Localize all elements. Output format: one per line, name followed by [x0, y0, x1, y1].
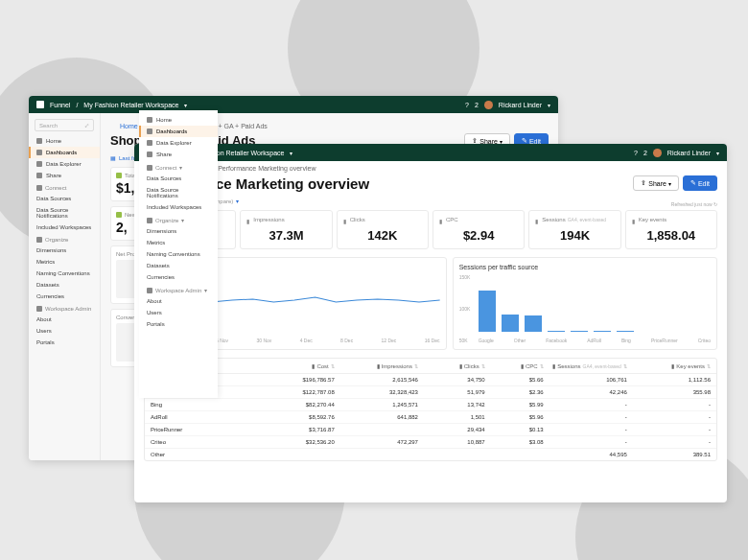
sidebar-section-workspace-admin[interactable]: Workspace Admin▾	[139, 283, 218, 295]
home-icon	[147, 117, 152, 123]
col-impressions[interactable]: ▮Impressions⇅	[335, 362, 418, 369]
table-row[interactable]: Other44,595389.51	[145, 449, 716, 460]
cell-clicks: 10,887	[418, 439, 485, 445]
sidebar-item-portals[interactable]: Portals	[139, 318, 218, 330]
cell-cost	[251, 452, 335, 457]
kpi-cpc-value: $2.94	[439, 228, 518, 243]
sidebar-item-dsn[interactable]: Data Source Notifications	[29, 204, 100, 222]
table-row[interactable]: AdRoll$8,592.76641,8821,501$5.96--	[145, 411, 716, 424]
sidebar-item-included-workspaces[interactable]: Included Workspaces	[139, 201, 218, 213]
sidebar-item-portals[interactable]: Portals	[29, 337, 100, 348]
sidebar-item-dimensions[interactable]: Dimensions	[29, 245, 100, 256]
table-row[interactable]: Criteo$32,536.20472,29710,887$3.08--	[145, 436, 716, 449]
refresh-status[interactable]: Refreshed just now ↻	[671, 201, 717, 207]
table-row[interactable]: Facebook$122,787.0832,328,42351,979$2.36…	[145, 386, 716, 399]
brand-name: Funnel	[50, 102, 70, 108]
admin-icon	[36, 306, 42, 312]
cell-impressions: 1,245,571	[335, 402, 418, 408]
sidebar-item-share[interactable]: Share	[29, 170, 100, 181]
user-name[interactable]: Rickard Linder	[667, 150, 711, 156]
search-input[interactable]: Search⤢	[35, 119, 94, 131]
sidebar-item-home[interactable]: Home	[139, 114, 218, 126]
table-row[interactable]: Google$196,786.572,615,54634,750$5.66106…	[145, 374, 716, 386]
sidebar-section-organize[interactable]: Organize	[29, 233, 100, 245]
sidebar-section-organize[interactable]: Organize▾	[139, 213, 218, 225]
col-key-events[interactable]: ▮Key events⇅	[627, 362, 711, 369]
avatar[interactable]	[484, 101, 493, 109]
metric-icon: ▮	[377, 362, 380, 369]
col-sessions[interactable]: ▮Sessions GA4, event-based⇅	[544, 362, 627, 369]
workspace-selector[interactable]: My Fashion Retailer Workspace	[83, 102, 178, 108]
sidebar-item-currencies[interactable]: Currencies	[29, 291, 100, 302]
connect-icon	[36, 185, 42, 191]
chevron-down-icon: ▾	[548, 102, 550, 108]
sidebar-item-naming[interactable]: Naming Conventions	[139, 248, 218, 260]
chevron-down-icon: ▾	[290, 150, 292, 156]
user-name[interactable]: Rickard Linder	[499, 102, 542, 108]
table-header: ▦Traffic source⇅ ▮Cost⇅ ▮Impressions⇅ ▮C…	[145, 359, 716, 374]
table-row[interactable]: Bing$82,270.441,245,57113,742$5.99--	[145, 399, 716, 411]
metric-icon: ▮	[246, 218, 251, 222]
cell-clicks: 51,979	[418, 389, 485, 395]
sidebar-section-workspace-admin[interactable]: Workspace Admin	[29, 302, 100, 314]
bar-pricerunner	[594, 331, 611, 332]
sidebar-section-connect[interactable]: Connect▾	[139, 160, 218, 173]
col-clicks[interactable]: ▮Clicks⇅	[418, 362, 485, 369]
help-icon[interactable]: ?	[634, 150, 638, 156]
sidebar-item-dsn[interactable]: Data Source Notifications	[139, 184, 218, 201]
admin-icon	[147, 288, 152, 293]
window-performance-marketing: Funnel / My Fashion Retailer Workspace ▾…	[134, 144, 727, 502]
sidebar-item-metrics[interactable]: Metrics	[29, 256, 100, 268]
sidebar-item-users[interactable]: Users	[139, 307, 218, 318]
pencil-icon: ✎	[690, 179, 696, 187]
table-row[interactable]: PriceRunner$3,716.8729,434$0.13--	[145, 424, 716, 436]
sidebar-item-dashboards[interactable]: Dashboards	[29, 147, 100, 158]
sidebar-item-datasets[interactable]: Datasets	[29, 279, 100, 291]
sidebar-item-home[interactable]: Home	[29, 135, 100, 147]
notifications-badge[interactable]: 2	[475, 102, 479, 108]
col-cost[interactable]: ▮Cost⇅	[251, 362, 335, 369]
sidebar-item-data-explorer[interactable]: Data Explorer	[29, 158, 100, 170]
cell-sessions: -	[544, 439, 627, 445]
kpi-key-events-value: 1,858.04	[632, 228, 711, 243]
sidebar-item-metrics[interactable]: Metrics	[139, 237, 218, 248]
notifications-badge[interactable]: 2	[643, 150, 647, 156]
cell-key-events: 389.51	[627, 452, 711, 457]
metric-icon: ▮	[459, 362, 462, 369]
organize-icon	[36, 237, 42, 243]
sidebar-item-datasets[interactable]: Datasets	[139, 260, 218, 271]
sidebar-item-data-sources[interactable]: Data Sources	[139, 173, 218, 184]
sidebar-item-currencies[interactable]: Currencies	[139, 271, 218, 283]
cell-source: Bing	[151, 402, 251, 408]
sidebar-item-included-workspaces[interactable]: Included Workspaces	[29, 222, 100, 233]
help-icon[interactable]: ?	[465, 102, 469, 108]
sidebar-item-dimensions[interactable]: Dimensions	[139, 225, 218, 237]
cell-cpc	[485, 452, 544, 457]
sidebar-item-share[interactable]: Share	[139, 149, 218, 160]
cell-impressions: 641,882	[335, 414, 418, 420]
bar-other	[502, 315, 519, 332]
sidebar-item-users[interactable]: Users	[29, 325, 100, 337]
traffic-table: ▦Traffic source⇅ ▮Cost⇅ ▮Impressions⇅ ▮C…	[144, 358, 717, 461]
cell-key-events: -	[627, 427, 711, 432]
sidebar-item-about[interactable]: About	[139, 295, 218, 307]
sidebar-item-data-sources[interactable]: Data Sources	[29, 193, 100, 204]
breadcrumb-home[interactable]: Home	[120, 123, 138, 129]
bar-adroll	[548, 331, 565, 332]
sidebar-item-data-explorer[interactable]: Data Explorer	[139, 137, 218, 149]
sidebar-item-dashboards[interactable]: Dashboards	[139, 126, 218, 137]
share-icon	[36, 173, 42, 178]
cell-sessions: 44,595	[544, 452, 627, 457]
sidebar-item-naming[interactable]: Naming Conventions	[29, 268, 100, 279]
sidebar-section-connect[interactable]: Connect	[29, 181, 100, 193]
cell-sessions: -	[544, 402, 627, 408]
share-button[interactable]: ⇪Share▾	[633, 175, 679, 191]
breadcrumb: Home› Dashboards› Performance Marketing …	[144, 161, 717, 175]
sidebar-item-about[interactable]: About	[29, 314, 100, 325]
cell-clicks: 34,750	[418, 377, 485, 383]
edit-button[interactable]: ✎Edit	[683, 175, 717, 191]
col-cpc[interactable]: ▮CPC⇅	[485, 362, 544, 369]
cell-impressions: 472,297	[335, 439, 418, 445]
avatar[interactable]	[653, 149, 662, 157]
kpi-clicks-value: 142K	[343, 228, 422, 243]
